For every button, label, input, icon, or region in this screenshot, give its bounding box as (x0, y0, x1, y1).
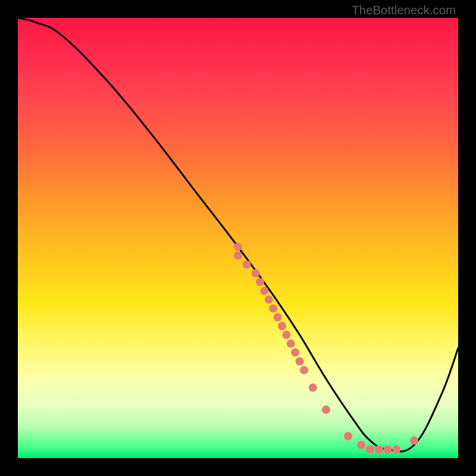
marker-point (366, 445, 374, 453)
marker-point (392, 445, 400, 453)
marker-point (234, 243, 242, 251)
marker-point (296, 357, 304, 365)
chart-frame: TheBottleneck.com (0, 0, 476, 476)
marker-point (322, 406, 330, 414)
chart-svg (18, 18, 458, 458)
marker-point (278, 322, 286, 330)
marker-point (269, 304, 277, 312)
marker-point (234, 252, 242, 260)
marker-point (384, 445, 392, 453)
markers-group (234, 243, 418, 453)
marker-point (252, 269, 260, 277)
marker-point (300, 366, 308, 374)
marker-point (243, 260, 251, 268)
marker-point (291, 348, 299, 356)
marker-point (344, 432, 352, 440)
plot-area (18, 18, 458, 458)
attribution-label: TheBottleneck.com (352, 4, 456, 17)
marker-point (375, 445, 383, 453)
marker-point (357, 441, 365, 449)
marker-point (256, 278, 264, 286)
marker-point (282, 331, 290, 339)
marker-point (274, 313, 282, 321)
marker-point (287, 340, 295, 348)
marker-point (309, 384, 317, 392)
marker-point (410, 436, 418, 444)
bottleneck-curve (18, 18, 458, 452)
marker-point (260, 287, 268, 295)
marker-point (265, 296, 273, 304)
